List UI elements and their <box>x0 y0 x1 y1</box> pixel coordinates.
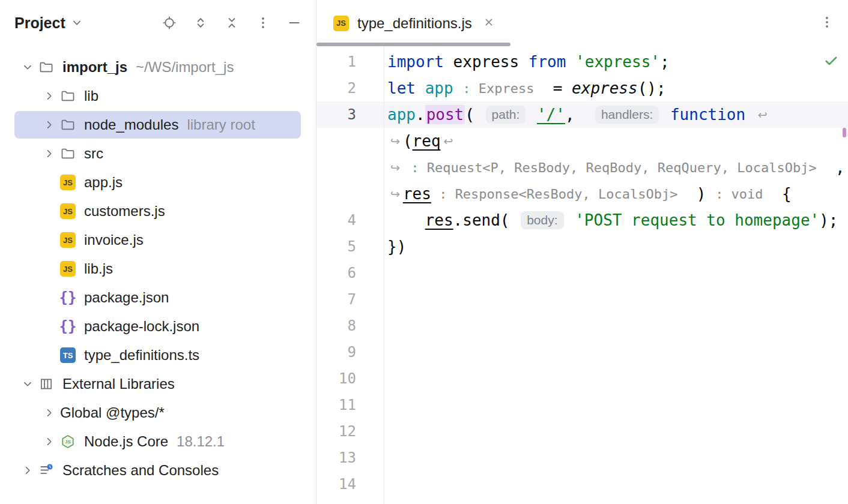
tree-item-label: package.json <box>84 289 169 306</box>
code-token: post <box>425 105 465 124</box>
tree-item-src[interactable]: src <box>0 139 316 168</box>
close-icon <box>483 16 495 31</box>
code-token: : Express <box>462 81 534 96</box>
expand-all-button[interactable] <box>190 12 211 34</box>
tree-item-global-types[interactable]: Global @types/* <box>0 398 316 427</box>
code-text: import express from 'express'; <box>384 53 670 71</box>
ts-file-icon: TS <box>60 347 76 363</box>
line-number <box>316 128 384 154</box>
tree-item-external-libraries[interactable]: External Libraries <box>0 370 316 398</box>
tree-item-lib[interactable]: lib <box>0 82 316 110</box>
code-line-10[interactable]: 10 <box>316 365 848 392</box>
code-line-1[interactable]: 1import express from 'express'; <box>316 49 848 75</box>
line-number: 7 <box>316 286 384 313</box>
code-token: res <box>425 211 453 229</box>
scrollbar-marker[interactable] <box>843 128 846 137</box>
tab-close-button[interactable] <box>483 16 495 31</box>
line-number: 9 <box>316 339 384 365</box>
code-token: }) <box>387 238 406 256</box>
tree-item-lib-js[interactable]: JSlib.js <box>0 254 316 283</box>
line-number: 2 <box>316 75 384 101</box>
code-token: ; <box>660 53 670 71</box>
chevron-spacer <box>38 287 60 308</box>
folder-icon <box>60 146 76 161</box>
more-icon <box>255 15 271 31</box>
tree-item-node-modules[interactable]: node_moduleslibrary root <box>0 110 316 139</box>
soft-wrap-icon: ↩ <box>758 108 768 121</box>
chevron-down-icon[interactable] <box>17 373 38 395</box>
tree-item-type-definitions-ts[interactable]: TStype_definitions.ts <box>0 341 316 370</box>
project-tree: import_js~/WS/import_jslibnode_modulesli… <box>0 46 316 504</box>
inlay-hint-chip[interactable]: path: <box>486 106 526 124</box>
line-number: 8 <box>316 313 384 339</box>
line-number: 4 <box>316 207 384 233</box>
collapse-all-button[interactable] <box>221 12 243 34</box>
inspection-ok-icon[interactable] <box>823 52 840 69</box>
code-line-wrap[interactable]: ↪res : Response<ResBody, LocalsObj> ) : … <box>316 181 848 207</box>
chevron-spacer <box>38 316 60 337</box>
tree-item-import-js[interactable]: import_js~/WS/import_js <box>0 53 316 82</box>
inlay-hint-chip[interactable]: body: <box>521 211 563 229</box>
more-button[interactable] <box>252 12 274 34</box>
code-token: : void <box>715 187 763 202</box>
code-line-12[interactable]: 12 <box>316 418 848 445</box>
locate-icon <box>162 15 177 31</box>
tree-item-package-json[interactable]: {}package.json <box>0 283 316 312</box>
tree-item-label: lib <box>84 88 98 104</box>
chevron-right-icon[interactable] <box>38 143 60 164</box>
code-line-wrap[interactable]: ↪ : Request<P, ResBody, ReqBody, ReqQuer… <box>316 154 848 181</box>
code-lines: 1import express from 'express';2let app … <box>316 49 848 497</box>
scratches-icon <box>38 463 54 478</box>
code-token: app <box>387 106 416 124</box>
code-area[interactable]: 1import express from 'express';2let app … <box>316 46 848 504</box>
tree-item-label: Global @types/* <box>60 404 165 421</box>
tree-item-package-lock-json[interactable]: {}package-lock.json <box>0 312 316 341</box>
chevron-right-icon[interactable] <box>38 431 60 452</box>
code-line-5[interactable]: 5}) <box>316 233 848 260</box>
code-line-14[interactable]: 14 <box>316 471 848 497</box>
code-token: ) <box>678 185 716 203</box>
code-token: .send( <box>453 211 519 229</box>
code-token: , <box>565 106 593 124</box>
code-line-3[interactable]: 3app.post( path: '/', handlers: function… <box>316 101 848 128</box>
project-panel-title: Project <box>14 14 65 32</box>
code-token: 'express' <box>575 53 660 71</box>
code-line-13[interactable]: 13 <box>316 445 848 471</box>
code-line-9[interactable]: 9 <box>316 339 848 365</box>
chevron-right-icon[interactable] <box>17 460 38 481</box>
code-line-8[interactable]: 8 <box>316 313 848 339</box>
code-token <box>387 211 425 229</box>
editor-more-button[interactable] <box>819 14 835 32</box>
chevron-right-icon[interactable] <box>38 85 60 107</box>
ide-window: Project import_js~/WS/import_jslibnode_m… <box>0 0 848 504</box>
chevron-right-icon[interactable] <box>38 114 60 136</box>
code-token: from <box>528 53 575 71</box>
code-line-2[interactable]: 2let app : Express = express(); <box>316 75 848 101</box>
code-token: = <box>534 79 572 97</box>
tree-item-hint: library root <box>187 116 255 133</box>
hide-button[interactable] <box>283 12 305 34</box>
chevron-down-icon[interactable] <box>17 56 38 78</box>
locate-button[interactable] <box>159 12 180 34</box>
chevron-right-icon[interactable] <box>38 402 60 424</box>
tree-item-app-js[interactable]: JSapp.js <box>0 168 316 197</box>
tree-item-invoice-js[interactable]: JSinvoice.js <box>0 226 316 254</box>
inlay-hint-chip[interactable]: handlers: <box>595 106 659 124</box>
code-line-wrap[interactable]: ↪(req↩ <box>316 128 848 154</box>
code-token <box>527 106 537 124</box>
tree-item-scratches-and-consoles[interactable]: Scratches and Consoles <box>0 456 316 485</box>
code-line-6[interactable]: 6 <box>316 260 848 286</box>
tree-item-node-js-core[interactable]: JSNode.js Core18.12.1 <box>0 427 316 456</box>
code-token: ); <box>819 211 838 229</box>
code-token: express <box>572 79 638 97</box>
editor-tab[interactable]: JS type_definitions.js <box>316 0 510 46</box>
project-tool-window: Project import_js~/WS/import_jslibnode_m… <box>0 0 316 504</box>
line-number: 12 <box>316 418 384 445</box>
tree-item-customers-js[interactable]: JScustomers.js <box>0 197 316 226</box>
chevron-spacer <box>38 200 60 222</box>
project-view-selector[interactable]: Project <box>14 14 83 32</box>
code-line-11[interactable]: 11 <box>316 392 848 418</box>
code-line-4[interactable]: 4 res.send( body: 'POST request to homep… <box>316 207 848 233</box>
code-line-7[interactable]: 7 <box>316 286 848 313</box>
js-file-icon: JS <box>60 175 76 190</box>
